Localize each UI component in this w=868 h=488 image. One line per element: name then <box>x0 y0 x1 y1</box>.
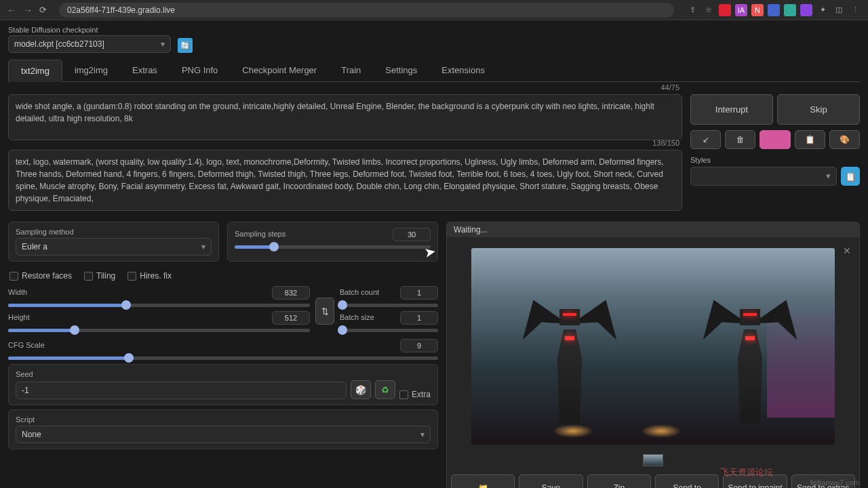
height-value[interactable]: 512 <box>272 311 310 325</box>
forward-button[interactable]: → <box>23 5 33 16</box>
negative-token-counter: 138/150 <box>652 139 679 147</box>
sampling-steps-value[interactable]: 30 <box>393 228 431 241</box>
watermark-logo: 飞天资源论坛 <box>720 466 773 479</box>
window-icon[interactable]: ◫ <box>833 4 845 16</box>
tab-pnginfo[interactable]: PNG Info <box>170 60 230 81</box>
seed-random-button[interactable]: 🎲 <box>351 380 371 399</box>
save-button[interactable]: Save <box>519 474 583 488</box>
zip-button[interactable]: Zip <box>587 474 651 488</box>
reload-button[interactable]: ⟳ <box>39 5 47 15</box>
sampling-steps-label: Sampling steps <box>235 230 285 238</box>
output-panel: Waiting... ✕ <box>446 222 860 488</box>
menu-icon[interactable]: ⋮ <box>849 4 861 16</box>
styles-apply-button[interactable]: 📋 <box>841 167 860 186</box>
trash-tool-button[interactable]: 🗑 <box>725 130 755 149</box>
seed-label: Seed <box>16 370 431 378</box>
interrupt-button[interactable]: Interrupt <box>690 94 773 125</box>
extension-icon[interactable] <box>719 4 731 16</box>
styles-label: Styles <box>690 156 711 164</box>
tab-checkpoint-merger[interactable]: Checkpoint Merger <box>230 60 329 81</box>
checkpoint-label: Stable Diffusion checkpoint <box>8 26 171 34</box>
extension-ia-icon[interactable]: IA <box>735 4 747 16</box>
extension-box-icon[interactable] <box>768 4 780 16</box>
sampling-steps-slider[interactable] <box>235 245 431 249</box>
seed-reuse-button[interactable]: ♻ <box>375 380 395 399</box>
extension-p-icon[interactable] <box>800 4 812 16</box>
tab-txt2img[interactable]: txt2img <box>8 60 62 82</box>
extension-n-icon[interactable]: N <box>751 4 764 16</box>
refresh-checkpoint-button[interactable]: 🔄 <box>178 38 193 53</box>
restore-faces-checkbox[interactable]: Restore faces <box>9 271 72 281</box>
batch-count-label: Batch count <box>340 288 379 296</box>
open-folder-button[interactable]: 📁 <box>451 474 515 488</box>
checkpoint-select[interactable]: model.ckpt [cc6cb27103] <box>8 35 171 53</box>
batch-size-value[interactable]: 1 <box>400 311 438 325</box>
tab-settings[interactable]: Settings <box>373 60 429 81</box>
seed-extra-checkbox[interactable]: Extra <box>399 390 431 399</box>
sampling-method-select[interactable]: Euler a <box>16 238 212 256</box>
output-image[interactable] <box>471 248 835 445</box>
main-tabs: txt2img img2img Extras PNG Info Checkpoi… <box>8 60 860 82</box>
sampling-method-label: Sampling method <box>16 228 212 236</box>
bookmark-star-icon[interactable]: ☆ <box>703 4 715 16</box>
tab-train[interactable]: Train <box>329 60 373 81</box>
output-thumbnail[interactable] <box>643 454 663 466</box>
send-img2img-button[interactable]: Send to img2img <box>655 474 719 488</box>
seed-input[interactable]: -1 <box>16 382 347 399</box>
restore-faces-label: Restore faces <box>22 271 72 281</box>
batch-count-value[interactable]: 1 <box>400 286 438 300</box>
palette-tool-button[interactable]: 🎨 <box>829 130 860 149</box>
cfg-slider[interactable] <box>8 357 438 360</box>
seed-extra-label: Extra <box>412 390 431 399</box>
width-slider[interactable] <box>8 304 310 307</box>
clipboard-tool-button[interactable]: 📋 <box>795 130 825 149</box>
cfg-value[interactable]: 9 <box>400 339 438 352</box>
watermark-url: feitianwu7.com <box>810 479 860 487</box>
batch-count-slider[interactable] <box>340 304 438 307</box>
negative-prompt-input[interactable]: text, logo, watermark, (worst quality, l… <box>8 150 682 211</box>
width-value[interactable]: 832 <box>272 286 310 300</box>
cfg-label: CFG Scale <box>8 341 45 349</box>
back-button[interactable]: ← <box>7 5 16 16</box>
tiling-label: Tiling <box>96 271 115 281</box>
script-label: Script <box>16 415 431 424</box>
skip-button[interactable]: Skip <box>777 94 860 125</box>
arrow-tool-button[interactable]: ↙ <box>690 130 721 149</box>
browser-toolbar: ← → ⟳ 02a56ff4-71ff-439e.gradio.live ⇪ ☆… <box>0 0 868 20</box>
extensions-icon[interactable]: ✦ <box>816 4 829 16</box>
hires-fix-label: Hires. fix <box>140 271 172 281</box>
prompt-input[interactable]: wide shot angle, a (gundam:0.8) robot st… <box>8 94 682 140</box>
height-slider[interactable] <box>8 329 310 332</box>
batch-size-label: Batch size <box>340 313 374 321</box>
tab-extensions[interactable]: Extensions <box>429 60 497 81</box>
extension-img-icon[interactable] <box>784 4 796 16</box>
script-select[interactable]: None <box>16 426 431 443</box>
tab-extras[interactable]: Extras <box>120 60 170 81</box>
width-label: Width <box>8 288 27 296</box>
share-icon[interactable]: ⇪ <box>686 4 698 16</box>
hires-fix-checkbox[interactable]: Hires. fix <box>127 271 172 281</box>
tab-img2img[interactable]: img2img <box>62 60 120 81</box>
tiling-checkbox[interactable]: Tiling <box>84 271 115 281</box>
prompt-token-counter: 44/75 <box>660 83 679 92</box>
url-bar[interactable]: 02a56ff4-71ff-439e.gradio.live <box>59 3 674 18</box>
output-status: Waiting... <box>447 222 859 237</box>
batch-size-slider[interactable] <box>340 329 438 332</box>
height-label: Height <box>8 313 30 321</box>
styles-select[interactable] <box>690 167 837 186</box>
style-tool-button[interactable] <box>760 130 790 149</box>
swap-dimensions-button[interactable]: ⇅ <box>315 298 334 325</box>
output-close-button[interactable]: ✕ <box>843 245 851 256</box>
